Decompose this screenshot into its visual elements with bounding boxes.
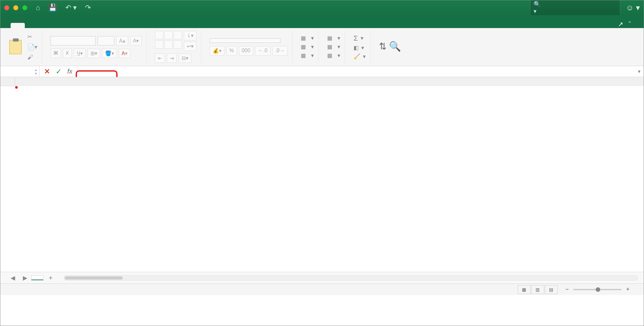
home-icon[interactable]: ⌂ [36, 4, 40, 12]
save-icon[interactable]: 💾 [48, 4, 57, 12]
view-page-layout-icon[interactable]: ▥ [531, 285, 544, 294]
editing-group: Σ▾ ◧▾ 🧹▾ [349, 31, 371, 63]
feedback-icon[interactable]: ☺ ▾ [626, 3, 640, 12]
zoom-out-icon[interactable]: − [565, 286, 569, 293]
format-as-table-button[interactable]: ▦▾ [301, 44, 314, 50]
tab-home[interactable] [11, 23, 25, 28]
align-buttons[interactable] [155, 31, 182, 51]
format-painter-icon[interactable]: 🖌 [27, 54, 37, 61]
tab-page-layout[interactable] [39, 23, 53, 28]
ribbon: ✂ 📄▾ 🖌 A▴ A▾ Ж К Ч▾ ⊞▾ 🪣▾ A▾ [0, 28, 644, 66]
decrease-font-icon[interactable]: A▾ [130, 36, 142, 45]
formula-bar-expand-icon[interactable]: ▾ [635, 68, 644, 74]
merge-icon[interactable]: ⊟▾ [179, 54, 191, 63]
fx-icon[interactable]: fx [67, 68, 72, 75]
highlight-active-cell-annotation [15, 86, 18, 89]
search-icon: 🔍▾ [534, 1, 542, 15]
tab-review[interactable] [81, 23, 96, 28]
number-format-select[interactable] [210, 38, 280, 43]
clear-button[interactable]: 🧹▾ [354, 53, 366, 60]
zoom-slider[interactable] [573, 289, 621, 290]
alignment-group: ⤹▾ ↩▾ ⇤ ⇥ ⊟▾ [150, 31, 201, 63]
sheet-nav-prev-icon[interactable]: ◀ [7, 274, 19, 282]
currency-icon[interactable]: 💰▾ [210, 46, 224, 55]
format-cells-button[interactable]: ▦▾ [327, 52, 340, 59]
redo-icon[interactable]: ↷ [85, 4, 91, 12]
formula-enter-icon[interactable]: ✓ [56, 67, 62, 76]
search-box[interactable]: 🔍▾ [530, 0, 620, 16]
sheet-tab-bar: ◀ ▶ + [0, 272, 644, 283]
borders-icon[interactable]: ⊞▾ [88, 49, 100, 58]
chevron-up-icon: ˆ [629, 21, 631, 28]
bold-icon[interactable]: Ж [51, 49, 61, 58]
comma-icon[interactable]: 000 [239, 46, 253, 55]
window-controls [4, 5, 27, 10]
view-page-break-icon[interactable]: ▤ [545, 285, 558, 294]
clipboard-icon [9, 40, 22, 54]
copy-icon[interactable]: 📄▾ [27, 44, 37, 51]
add-sheet-icon[interactable]: + [43, 274, 58, 282]
percent-icon[interactable]: % [226, 46, 237, 55]
increase-decimal-icon[interactable]: ←.0 [255, 46, 270, 55]
fill-button[interactable]: ◧▾ [354, 44, 366, 51]
tab-insert[interactable] [25, 23, 39, 28]
share-button[interactable]: ↗ ˆ [618, 20, 631, 28]
conditional-formatting-button[interactable]: ▦▾ [301, 35, 314, 42]
search-input[interactable] [545, 5, 617, 11]
titlebar: ⌂ 💾 ↶ ▾ ↷ 🔍▾ ☺ ▾ [0, 0, 644, 15]
styles-group: ▦▾ ▦▾ ▦▾ [296, 31, 319, 63]
view-normal-icon[interactable]: ▦ [518, 285, 531, 294]
underline-icon[interactable]: Ч▾ [74, 49, 86, 58]
minimize-window-icon[interactable] [13, 5, 18, 10]
statusbar: ▦ ▥ ▤ − + [0, 283, 644, 295]
font-name-select[interactable] [51, 36, 96, 45]
tab-view[interactable] [96, 23, 110, 28]
tab-data[interactable] [67, 23, 81, 28]
font-color-icon[interactable]: A▾ [119, 49, 131, 58]
increase-indent-icon[interactable]: ⇥ [167, 54, 177, 63]
autosum-button[interactable]: Σ▾ [354, 34, 366, 43]
name-box[interactable]: ▴▾ [0, 66, 40, 77]
orientation-icon[interactable]: ⤹▾ [184, 31, 196, 40]
formula-cancel-icon[interactable]: ✕ [44, 67, 50, 76]
cut-icon[interactable]: ✂ [27, 33, 37, 40]
cells-group: ▦▾ ▦▾ ▦▾ [323, 31, 345, 63]
maximize-window-icon[interactable] [22, 5, 27, 10]
formula-bar: ▴▾ ✕ ✓ fx ▾ [0, 66, 644, 77]
wrap-text-icon[interactable]: ↩▾ [184, 42, 196, 51]
sort-find-group: ⇅ 🔍 [374, 31, 405, 63]
paste-button[interactable] [9, 40, 22, 54]
increase-font-icon[interactable]: A▴ [116, 36, 128, 45]
font-group: A▴ A▾ Ж К Ч▾ ⊞▾ 🪣▾ A▾ [46, 31, 147, 63]
fill-color-icon[interactable]: 🪣▾ [102, 49, 117, 58]
column-headers [15, 77, 644, 86]
decrease-indent-icon[interactable]: ⇤ [155, 54, 165, 63]
sheet-nav-next-icon[interactable]: ▶ [19, 274, 31, 282]
zoom-in-icon[interactable]: + [626, 286, 630, 293]
sheet-tab-active[interactable] [31, 275, 43, 280]
share-icon: ↗ [618, 20, 623, 28]
tab-formulas[interactable] [53, 23, 67, 28]
select-all-corner[interactable] [0, 77, 15, 86]
insert-cells-button[interactable]: ▦▾ [327, 35, 340, 42]
ribbon-tabs: ↗ ˆ [0, 15, 644, 28]
decrease-decimal-icon[interactable]: .0→ [272, 46, 288, 55]
sheet-area [0, 77, 644, 272]
name-box-spinner-icon[interactable]: ▴▾ [35, 68, 37, 75]
undo-icon[interactable]: ↶ ▾ [65, 4, 77, 12]
delete-cells-button[interactable]: ▦▾ [327, 44, 340, 50]
cell-styles-button[interactable]: ▦▾ [301, 52, 314, 59]
italic-icon[interactable]: К [63, 49, 71, 58]
zoom-controls: − + [565, 286, 634, 293]
close-window-icon[interactable] [4, 5, 9, 10]
font-size-select[interactable] [98, 36, 114, 45]
horizontal-scrollbar[interactable] [64, 275, 638, 281]
number-group: 💰▾ % 000 ←.0 .0→ [205, 31, 292, 63]
find-select-button[interactable]: 🔍 [389, 41, 401, 53]
clipboard-group: ✂ 📄▾ 🖌 [5, 31, 42, 63]
sort-filter-button[interactable]: ⇅ [379, 41, 386, 53]
